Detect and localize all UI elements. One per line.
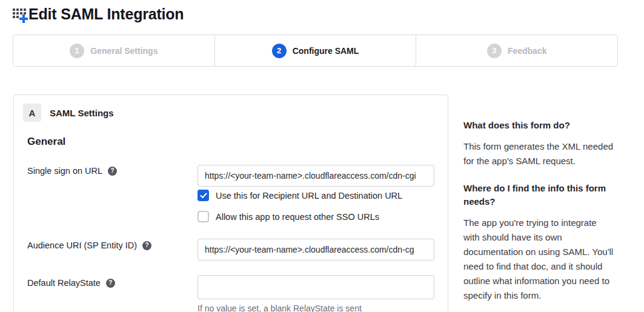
relay-state-hint: If no value is set, a blank RelayState i… [198,304,362,312]
step-feedback[interactable]: 3 Feedback [416,35,617,66]
other-sso-checkbox-row[interactable]: Allow this app to request other SSO URLs [198,211,379,222]
checkmark-icon [200,193,207,199]
help-q2-title: Where do I find the info this form needs… [463,182,614,208]
add-application-icon [12,6,28,24]
saml-settings-card: A SAML Settings General Single sign on U… [13,95,448,312]
step-1-number: 1 [70,44,84,58]
help-panel: What does this form do? This form genera… [463,119,614,303]
help-q1-title: What does this form do? [463,119,614,132]
page-header: Edit SAML Integration [12,4,184,24]
section-title: SAML Settings [50,108,114,118]
step-wizard: 1 General Settings 2 Configure SAML 3 Fe… [13,35,618,67]
relay-state-label-text: Default RelayState [27,278,101,288]
other-sso-checkbox[interactable] [198,211,209,222]
audience-uri-label: Audience URI (SP Entity ID) ? [27,241,151,250]
general-heading: General [27,136,65,148]
sso-url-label: Single sign on URL ? [27,166,117,176]
help-q2-body: The app you're trying to integrate with … [463,216,614,303]
relay-state-help-icon[interactable]: ? [106,279,115,288]
step-1-label: General Settings [90,46,158,56]
step-3-label: Feedback [508,46,547,56]
step-2-label: Configure SAML [293,46,359,56]
audience-uri-label-text: Audience URI (SP Entity ID) [27,241,137,250]
page-title: Edit SAML Integration [28,4,184,24]
section-badge: A [23,104,41,122]
recipient-url-checkbox-row[interactable]: Use this for Recipient URL and Destinati… [198,190,402,201]
recipient-url-checkbox[interactable] [198,190,209,201]
other-sso-checkbox-label: Allow this app to request other SSO URLs [216,212,379,222]
section-header: A SAML Settings [23,104,114,122]
relay-state-label-row: Default RelayState ? [27,277,115,288]
sso-url-label-row: Single sign on URL ? [27,165,117,176]
audience-uri-input[interactable] [198,239,434,261]
recipient-url-checkbox-label: Use this for Recipient URL and Destinati… [216,191,402,201]
audience-uri-help-icon[interactable]: ? [142,241,151,250]
sso-url-input[interactable] [198,165,434,187]
step-3-number: 3 [487,44,502,58]
sso-url-help-icon[interactable]: ? [108,167,117,176]
audience-uri-label-row: Audience URI (SP Entity ID) ? [27,240,151,251]
step-2-number: 2 [272,44,287,58]
help-q1-body: This form generates the XML needed for t… [463,139,614,168]
step-general-settings[interactable]: 1 General Settings [13,35,214,66]
step-configure-saml[interactable]: 2 Configure SAML [214,35,416,66]
relay-state-label: Default RelayState ? [27,278,115,288]
sso-url-label-text: Single sign on URL [27,166,102,176]
relay-state-input[interactable] [198,275,434,299]
